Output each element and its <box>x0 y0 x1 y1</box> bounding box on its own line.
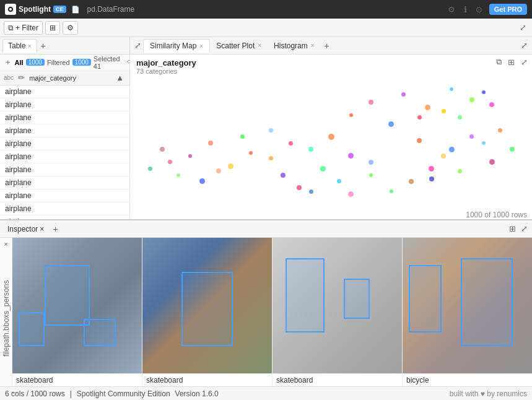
scatter-dot[interactable] <box>208 141 213 146</box>
scatter-dot[interactable] <box>309 189 313 194</box>
settings-icon[interactable]: ⚙ <box>446 5 457 14</box>
scatter-dot[interactable] <box>417 115 422 120</box>
table-row[interactable]: airplane <box>0 124 129 137</box>
image-4[interactable] <box>403 238 532 373</box>
scatter-plot-area[interactable] <box>130 79 532 207</box>
scatter-dot[interactable] <box>348 153 354 159</box>
eye-icon[interactable]: 👁 <box>125 58 130 67</box>
scatter-dot[interactable] <box>297 185 302 190</box>
scatter-dot[interactable] <box>429 176 434 181</box>
sort-col-icon[interactable]: ▲ <box>114 73 126 82</box>
scatter-dot[interactable] <box>269 128 273 133</box>
scatter-dot[interactable] <box>441 154 446 159</box>
scatter-dot[interactable] <box>469 134 474 139</box>
table-tab-close[interactable]: × <box>28 43 32 50</box>
scatter-dot[interactable] <box>269 156 273 160</box>
scatter-dot[interactable] <box>482 141 486 145</box>
viz-fullscreen-icon[interactable]: ⤢ <box>519 41 530 50</box>
scatter-dot[interactable] <box>498 128 502 133</box>
table-row[interactable]: airplane <box>0 202 129 215</box>
image-2[interactable] <box>142 238 272 373</box>
scatter-dot[interactable] <box>388 121 394 127</box>
scatter-dot[interactable] <box>188 154 192 158</box>
inspector-tab[interactable]: Inspector × <box>2 223 49 235</box>
filter-button[interactable]: ⧉ + Filter <box>4 21 43 35</box>
viz-tab-add[interactable]: + <box>321 41 333 51</box>
table-row[interactable]: airplane <box>0 98 129 111</box>
add-filter-icon[interactable]: + <box>4 58 12 67</box>
scatter-dot[interactable] <box>168 160 172 164</box>
table-row[interactable]: airplane <box>0 85 129 98</box>
table-row[interactable]: airplane <box>0 163 129 176</box>
scatter-dot[interactable] <box>348 191 354 197</box>
scatter-plot-tab[interactable]: Scatter Plot × <box>210 40 268 52</box>
scatter-dot[interactable] <box>369 173 373 177</box>
top-split: Table × + + All 1000 Filtered 1000 Selec… <box>0 37 532 219</box>
scatter-dot[interactable] <box>308 147 313 152</box>
inspector-grid-icon[interactable]: ⊞ <box>507 224 518 233</box>
viz-filter-icon[interactable]: ⧉ <box>494 57 504 67</box>
get-pro-button[interactable]: Get PRO <box>489 4 527 15</box>
scatter-dot[interactable] <box>449 147 455 152</box>
scatter-dot[interactable] <box>401 92 406 97</box>
histogram-tab-close[interactable]: × <box>311 42 315 49</box>
expand-icon[interactable]: ⤢ <box>518 23 528 32</box>
scatter-dot[interactable] <box>328 134 334 140</box>
scatter-dot[interactable] <box>177 173 180 177</box>
table-tab-add[interactable]: + <box>38 41 48 51</box>
table-row[interactable]: airplane <box>0 189 129 202</box>
image-3[interactable] <box>273 238 402 373</box>
scatter-dot[interactable] <box>160 147 165 152</box>
scatter-dot[interactable] <box>368 160 373 165</box>
inspector-expand-icon[interactable]: ⤢ <box>519 224 530 233</box>
info-icon[interactable]: ℹ <box>462 5 469 14</box>
table-row[interactable]: airplane <box>0 150 129 163</box>
inspector-close-btn[interactable]: × <box>0 238 12 250</box>
similarity-map-tab[interactable]: Similarity Map × <box>143 39 210 53</box>
inspector-tab-add[interactable]: + <box>50 224 60 234</box>
scatter-dot[interactable] <box>510 147 515 152</box>
scatter-dot[interactable] <box>458 169 462 173</box>
image-1[interactable] <box>12 238 142 373</box>
scatter-dot[interactable] <box>425 105 430 110</box>
scatter-dot[interactable] <box>216 168 221 173</box>
table-row[interactable]: airplane <box>0 137 129 150</box>
scatter-dot[interactable] <box>337 179 341 183</box>
scatter-dot[interactable] <box>368 100 373 105</box>
histogram-tab[interactable]: Histogram × <box>268 40 321 52</box>
scatter-dot[interactable] <box>469 97 474 102</box>
settings-toolbar-button[interactable]: ⚙ <box>63 21 78 35</box>
scatter-dot[interactable] <box>199 178 205 184</box>
edit-col-icon[interactable]: ✏ <box>16 73 27 82</box>
inspector-tab-close[interactable]: × <box>40 225 44 233</box>
table-row[interactable]: airplane <box>0 111 129 124</box>
viz-expand2-icon[interactable]: ⤢ <box>519 58 530 67</box>
viz-layout-icon[interactable]: ⊞ <box>506 58 517 67</box>
scatter-dot[interactable] <box>390 189 393 193</box>
scatter-dot[interactable] <box>349 113 353 117</box>
scatter-dot[interactable] <box>148 167 152 171</box>
scatter-dot[interactable] <box>417 138 422 143</box>
scatter-dot[interactable] <box>450 87 453 91</box>
scatter-dot[interactable] <box>289 141 293 146</box>
scatter-dot[interactable] <box>429 166 434 172</box>
scatter-dot[interactable] <box>249 151 253 155</box>
scatter-dot[interactable] <box>281 173 286 178</box>
scatter-dot[interactable] <box>228 163 233 169</box>
scatter-dot[interactable] <box>458 115 462 120</box>
scatter-dot[interactable] <box>409 179 414 184</box>
scatter-dot[interactable] <box>442 109 446 113</box>
table-tab[interactable]: Table × <box>2 39 37 53</box>
scatter-dot[interactable] <box>489 102 494 107</box>
scatter-dot[interactable] <box>320 166 326 172</box>
scatter-dot[interactable] <box>240 134 245 139</box>
table-row[interactable]: airplane <box>0 176 129 189</box>
similarity-map-tab-close[interactable]: × <box>199 43 203 50</box>
scatter-dot[interactable] <box>482 90 486 94</box>
github-icon[interactable]: ⊙ <box>474 5 484 14</box>
scatter-dot[interactable] <box>489 159 495 165</box>
viz-expand-icon[interactable]: ⤢ <box>133 41 143 50</box>
layout-button[interactable]: ⊞ <box>45 21 60 35</box>
scatter-plot-tab-close[interactable]: × <box>258 42 261 49</box>
status-right: built with ♥ by renumics <box>450 389 527 398</box>
